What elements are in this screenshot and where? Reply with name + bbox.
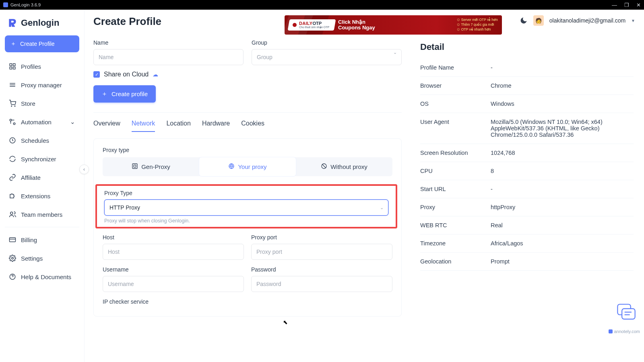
detail-row: TimezoneAfrica/Lagos [420, 234, 634, 253]
tab-location[interactable]: Location [166, 120, 191, 132]
proxy-seg-without-proxy[interactable]: Without proxy [296, 157, 392, 176]
seg-icon [321, 163, 327, 171]
group-select[interactable] [252, 49, 402, 65]
sidebar-item-automation[interactable]: Automation⌄ [5, 113, 79, 131]
grid-icon [9, 63, 16, 70]
svg-point-11 [12, 257, 14, 259]
svg-point-9 [10, 212, 13, 214]
sidebar-item-team-members[interactable]: Team members [5, 205, 79, 224]
detail-row: GeolocationPrompt [420, 253, 634, 271]
sidebar: Genlogin ＋ Create Profile ProfilesProxy … [0, 10, 85, 362]
link-icon [9, 174, 16, 181]
sidebar-item-proxy-manager[interactable]: Proxy manager [5, 76, 79, 94]
chevron-down-icon: ⌄ [70, 118, 75, 125]
share-cloud-label: Share on Cloud [104, 71, 149, 78]
plus-icon: ＋ [10, 40, 16, 47]
svg-rect-14 [134, 165, 136, 167]
host-input[interactable] [103, 244, 244, 260]
layers-icon [9, 81, 16, 88]
users-icon [9, 211, 16, 218]
detail-row: BrowserChrome [420, 77, 634, 95]
detail-row: Profile Name- [420, 59, 634, 77]
detail-row: Screen Resolution1024,768 [420, 144, 634, 162]
sidebar-item-store[interactable]: Store [5, 94, 79, 113]
gear-icon [9, 255, 16, 262]
svg-rect-18 [622, 309, 635, 319]
svg-rect-1 [13, 64, 15, 66]
user-email[interactable]: olakitanoladimeji2@gmail.com [549, 17, 625, 24]
svg-rect-3 [13, 67, 15, 69]
promo-banner[interactable]: DAILYOTP Cho thuê sim nhận OTP Click Nhậ… [285, 15, 502, 35]
sidebar-item-extensions[interactable]: Extensions [5, 187, 79, 205]
proxy-mode-segment: Gen-ProxyYour proxyWithout proxy [103, 157, 392, 176]
sidebar-item-billing[interactable]: Billing [5, 230, 79, 249]
chevron-down-icon[interactable]: ▼ [631, 19, 635, 23]
tabs: OverviewNetworkLocationHardwareCookies [93, 120, 402, 132]
tab-network[interactable]: Network [132, 120, 155, 132]
seg-icon [228, 163, 235, 171]
sidebar-item-synchronizer[interactable]: Synchronizer [5, 150, 79, 168]
svg-rect-10 [10, 238, 16, 242]
svg-rect-13 [132, 164, 137, 169]
app-icon [3, 2, 8, 7]
proxy-port-input[interactable] [251, 244, 392, 260]
detail-row: ProxyhttpProxy [420, 198, 634, 216]
sidebar-item-schedules[interactable]: Schedules [5, 131, 79, 150]
svg-rect-2 [10, 67, 12, 69]
proxy-type-label: Proxy type [103, 147, 392, 153]
logo: Genlogin [5, 15, 79, 34]
plus-icon: ＋ [101, 90, 107, 98]
sidebar-item-profiles[interactable]: Profiles [5, 57, 79, 76]
detail-row: User AgentMozilla/5.0 (Windows NT 10.0; … [420, 113, 634, 144]
puzzle-icon [9, 192, 16, 200]
window-title: GenLogin 3.6.9 [10, 2, 41, 7]
avatar[interactable]: 🧑 [533, 15, 544, 26]
name-input[interactable] [93, 49, 244, 65]
tab-overview[interactable]: Overview [93, 120, 120, 132]
collapse-sidebar-button[interactable]: ‹ [79, 165, 89, 174]
sidebar-item-help-documents[interactable]: Help & Documents [5, 267, 79, 286]
proxy-seg-gen-proxy[interactable]: Gen-Proxy [103, 157, 199, 176]
minimize-icon[interactable]: — [612, 2, 617, 8]
create-profile-submit[interactable]: ＋ Create profile [93, 85, 156, 103]
svg-point-6 [10, 119, 12, 121]
close-icon[interactable]: ✕ [636, 2, 641, 8]
annotely-watermark: annotely.com [609, 329, 640, 334]
page-title: Create Profile [93, 15, 162, 28]
proxy-type-field-label: Proxy Type [104, 190, 392, 196]
cloud-icon: ☁ [153, 71, 158, 78]
svg-point-7 [13, 123, 15, 125]
name-label: Name [93, 39, 244, 46]
proxy-seg-your-proxy[interactable]: Your proxy [199, 157, 296, 176]
dark-mode-icon[interactable] [520, 16, 528, 25]
clock-icon [9, 137, 16, 144]
detail-row: OSWindows [420, 95, 634, 113]
group-label: Group [252, 39, 402, 46]
svg-point-4 [11, 106, 12, 107]
share-cloud-checkbox[interactable]: ✓ [93, 71, 100, 78]
detail-title: Detail [420, 42, 634, 52]
titlebar: GenLogin 3.6.9 — ❐ ✕ [0, 0, 644, 10]
chat-fab[interactable] [616, 302, 637, 322]
detail-row: WEB RTCReal [420, 216, 634, 234]
detail-row: CPU8 [420, 162, 634, 180]
refresh-icon [9, 155, 16, 162]
svg-point-5 [14, 106, 15, 107]
tab-hardware[interactable]: Hardware [202, 120, 230, 132]
tab-cookies[interactable]: Cookies [241, 120, 264, 132]
card-icon [9, 236, 16, 243]
help-icon [9, 273, 16, 280]
proxy-hint: Proxy will stop when closing Genlogin. [104, 218, 392, 224]
create-profile-button[interactable]: ＋ Create Profile [5, 35, 79, 52]
highlight-annotation: Proxy Type ⌄ Proxy will stop when closin… [95, 184, 397, 228]
sidebar-item-settings[interactable]: Settings [5, 249, 79, 267]
detail-row: Start URL- [420, 180, 634, 198]
sidebar-item-affiliate[interactable]: Affiliate [5, 168, 79, 187]
seg-icon [132, 163, 138, 171]
password-input[interactable] [251, 276, 392, 292]
svg-rect-0 [10, 64, 12, 66]
maximize-icon[interactable]: ❐ [624, 2, 629, 8]
proxy-type-select[interactable] [104, 200, 388, 216]
username-input[interactable] [103, 276, 244, 292]
nodes-icon [9, 118, 16, 125]
